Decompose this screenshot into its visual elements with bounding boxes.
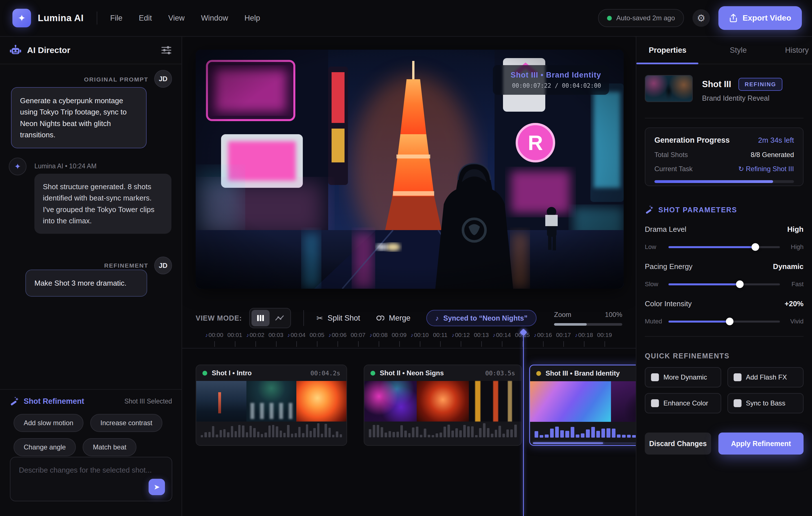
- drama-slider-thumb[interactable]: [752, 243, 759, 251]
- timeline-toolbar: VIEW MODE: ✂ Split Shot Merge ♪ Synced t…: [182, 306, 636, 330]
- thumbnail-gradient-wave: [530, 381, 611, 422]
- tab-properties[interactable]: Properties: [649, 46, 687, 55]
- waveform-bar: [479, 428, 482, 437]
- waveform-bar: [632, 435, 636, 438]
- clip-shot-1[interactable]: Shot I • Intro 00:04.2s: [196, 365, 347, 446]
- waveform-bar: [250, 426, 252, 437]
- waveform-bar: [306, 424, 308, 437]
- apply-refinement-button[interactable]: Apply Refinement: [718, 433, 804, 455]
- quick-more-dynamic-button[interactable]: More Dynamic: [645, 367, 721, 388]
- ruler-tick: [235, 341, 235, 347]
- thumbnail-alley-signs: [469, 381, 521, 422]
- synced-track-button[interactable]: ♪ Synced to “Neon Nights”: [426, 310, 536, 326]
- waveform-bar: [223, 429, 226, 437]
- color-intensity-slider[interactable]: [668, 321, 780, 322]
- param-drama-level: Drama Level High Low High: [645, 225, 804, 251]
- ruler-label: 00:19: [597, 332, 612, 338]
- wand-icon: [645, 205, 654, 214]
- menu-view[interactable]: View: [168, 14, 185, 23]
- drama-level-value: High: [787, 225, 804, 234]
- waveform-bar: [612, 429, 615, 438]
- ruler-tick: [256, 341, 256, 347]
- pacing-slider-thumb[interactable]: [736, 281, 744, 288]
- quick-add-flash-fx-button[interactable]: Add Flash FX: [727, 367, 804, 388]
- clip-3-thumbnails: [530, 381, 636, 422]
- waveform-bar: [272, 425, 274, 437]
- send-button[interactable]: ➤: [149, 479, 165, 495]
- view-mode-label: VIEW MODE:: [196, 314, 242, 322]
- color-slider-thumb[interactable]: [726, 318, 734, 325]
- chip-match-beat[interactable]: Match beat: [83, 438, 137, 456]
- waveform-bar: [324, 424, 327, 437]
- ruler-label: ♪00:10: [410, 332, 429, 338]
- filter-sliders-icon[interactable]: [161, 45, 172, 55]
- original-prompt-message: Generate a cyberpunk montage using Tokyo…: [11, 87, 147, 148]
- waveform-bar: [416, 427, 418, 437]
- menu-window[interactable]: Window: [201, 14, 228, 23]
- waveform-bar: [540, 435, 543, 438]
- split-shot-button[interactable]: ✂ Split Shot: [316, 314, 360, 323]
- ruler-tick: [605, 341, 605, 347]
- tab-style[interactable]: Style: [730, 46, 747, 55]
- zoom-slider[interactable]: [554, 323, 622, 326]
- thumbnail-neon-signs: [364, 381, 417, 422]
- settings-gear-icon[interactable]: ⚙: [692, 9, 710, 27]
- current-task-label: Current Task: [655, 165, 693, 173]
- video-preview[interactable]: R: [196, 50, 624, 289]
- ruler-label: 00:05: [310, 332, 324, 338]
- menu-file[interactable]: File: [110, 14, 123, 23]
- playhead[interactable]: [523, 330, 524, 516]
- waveform-bar: [487, 428, 489, 437]
- tab-history[interactable]: History: [785, 46, 809, 55]
- inspector-shot-title: Shot III: [702, 79, 731, 89]
- waveform-bar: [280, 431, 282, 437]
- menu-edit[interactable]: Edit: [139, 14, 152, 23]
- inspector-divider-2: [645, 336, 804, 337]
- thumbnail-neon-portrait: [611, 381, 636, 422]
- menu-help[interactable]: Help: [244, 14, 260, 23]
- pacing-energy-value: Dynamic: [773, 262, 804, 271]
- shot-parameters-title: SHOT PARAMETERS: [658, 206, 737, 214]
- quick-refinements-grid: More Dynamic Add Flash FX Enhance Color …: [645, 367, 804, 413]
- color-slider-fill: [668, 321, 730, 322]
- quick-enhance-color-button[interactable]: Enhance Color: [645, 393, 721, 413]
- autosave-status: Auto-saved 2m ago: [598, 9, 684, 27]
- chip-change-angle[interactable]: Change angle: [13, 438, 76, 456]
- export-video-button[interactable]: Export Video: [718, 6, 802, 30]
- waveform-bar: [586, 429, 589, 438]
- ruler-tick: [481, 341, 482, 347]
- timeline-ruler[interactable]: ♪00:0000:01♪00:0200:03♪00:0400:05♪00:060…: [182, 330, 636, 348]
- inspector-tabs: Properties Style History: [636, 37, 812, 64]
- chip-add-slow-motion[interactable]: Add slow motion: [13, 414, 83, 432]
- waveform-bar: [340, 434, 342, 437]
- waveform-bar: [576, 434, 579, 438]
- drama-max-label: High: [785, 243, 804, 251]
- clip-3-refine-progress-fill: [533, 442, 603, 444]
- drama-level-slider[interactable]: [668, 246, 780, 248]
- waveform-bar: [238, 425, 240, 437]
- pacing-energy-label: Pacing Energy: [645, 262, 692, 271]
- view-mode-curve-button[interactable]: [271, 310, 289, 326]
- clip-shot-3[interactable]: Shot III • Brand Identity: [529, 365, 636, 446]
- drama-slider-fill: [668, 246, 755, 248]
- inspector-shot-thumbnail: [645, 75, 693, 102]
- clip-3-name: Shot III • Brand Identity: [546, 369, 620, 377]
- waveform-bar: [393, 432, 395, 437]
- waveform-bar: [397, 432, 399, 437]
- zoom-control: Zoom 100%: [554, 311, 622, 326]
- quick-sync-to-bass-button[interactable]: Sync to Bass: [727, 393, 804, 413]
- refinement-textarea[interactable]: [10, 457, 172, 501]
- refinement-label: REFINEMENT: [104, 262, 149, 269]
- clip-1-duration: 00:04.2s: [311, 370, 340, 377]
- waveform-bar: [276, 426, 278, 437]
- clip-shot-2[interactable]: Shot II • Neon Signs 00:03.5s: [364, 365, 522, 446]
- pacing-energy-slider[interactable]: [668, 283, 780, 285]
- merge-button[interactable]: Merge: [376, 314, 410, 322]
- inspector-panel: Properties Style History Shot III REFINI…: [636, 37, 812, 516]
- chip-increase-contrast[interactable]: Increase contrast: [90, 414, 163, 432]
- discard-changes-button[interactable]: Discard Changes: [645, 433, 711, 455]
- view-mode-columns-button[interactable]: [252, 310, 269, 326]
- total-shots-label: Total Shots: [655, 151, 688, 159]
- ruler-label: 00:17: [556, 332, 571, 338]
- waveform-bar: [310, 431, 312, 437]
